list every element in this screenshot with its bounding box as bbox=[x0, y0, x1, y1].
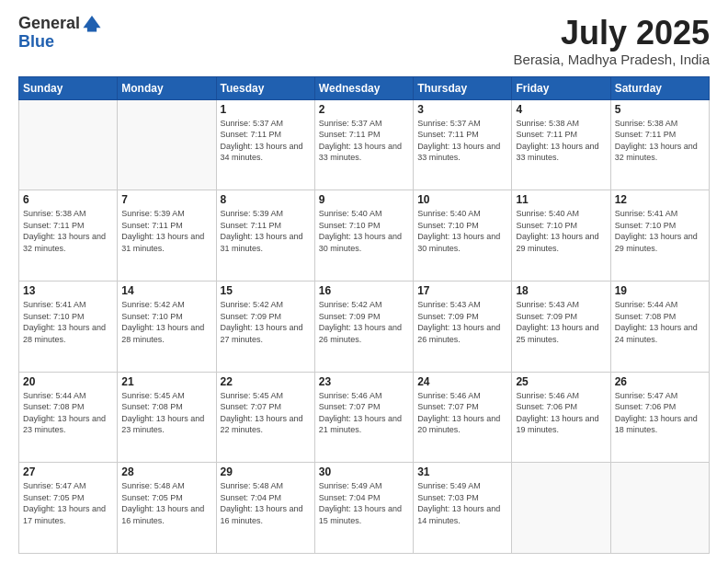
calendar-cell: 17Sunrise: 5:43 AMSunset: 7:09 PMDayligh… bbox=[414, 281, 512, 372]
day-info: Sunrise: 5:41 AMSunset: 7:10 PMDaylight:… bbox=[615, 208, 705, 254]
page: General Blue July 2025 Berasia, Madhya P… bbox=[0, 0, 728, 563]
day-info: Sunrise: 5:46 AMSunset: 7:07 PMDaylight:… bbox=[417, 390, 507, 436]
calendar-cell: 5Sunrise: 5:38 AMSunset: 7:11 PMDaylight… bbox=[610, 99, 709, 190]
day-number: 21 bbox=[121, 375, 211, 388]
calendar-cell bbox=[610, 463, 709, 554]
day-number: 8 bbox=[221, 193, 311, 206]
day-number: 16 bbox=[319, 284, 409, 297]
day-info: Sunrise: 5:45 AMSunset: 7:08 PMDaylight:… bbox=[121, 390, 211, 436]
calendar-week-3: 13Sunrise: 5:41 AMSunset: 7:10 PMDayligh… bbox=[19, 281, 710, 372]
calendar-cell: 29Sunrise: 5:48 AMSunset: 7:04 PMDayligh… bbox=[216, 463, 314, 554]
calendar-cell: 10Sunrise: 5:40 AMSunset: 7:10 PMDayligh… bbox=[414, 190, 512, 282]
day-number: 29 bbox=[221, 465, 311, 478]
day-info: Sunrise: 5:49 AMSunset: 7:03 PMDaylight:… bbox=[417, 480, 507, 526]
col-friday: Friday bbox=[512, 76, 610, 99]
calendar-cell: 8Sunrise: 5:39 AMSunset: 7:11 PMDaylight… bbox=[216, 190, 314, 282]
calendar-cell: 18Sunrise: 5:43 AMSunset: 7:09 PMDayligh… bbox=[512, 281, 610, 372]
title-location: Berasia, Madhya Pradesh, India bbox=[514, 52, 710, 67]
title-block: July 2025 Berasia, Madhya Pradesh, India bbox=[514, 15, 710, 67]
day-number: 1 bbox=[221, 103, 311, 116]
day-number: 26 bbox=[615, 375, 705, 388]
day-info: Sunrise: 5:47 AMSunset: 7:06 PMDaylight:… bbox=[615, 390, 705, 436]
calendar-cell: 15Sunrise: 5:42 AMSunset: 7:09 PMDayligh… bbox=[216, 281, 314, 372]
col-tuesday: Tuesday bbox=[216, 76, 314, 99]
header: General Blue July 2025 Berasia, Madhya P… bbox=[18, 15, 710, 67]
logo-icon bbox=[82, 13, 102, 33]
calendar-cell: 9Sunrise: 5:40 AMSunset: 7:10 PMDaylight… bbox=[314, 190, 413, 282]
day-number: 17 bbox=[417, 284, 507, 297]
day-number: 23 bbox=[319, 375, 409, 388]
col-saturday: Saturday bbox=[610, 76, 709, 99]
calendar-cell bbox=[19, 99, 118, 190]
day-number: 2 bbox=[319, 103, 409, 116]
calendar-cell: 6Sunrise: 5:38 AMSunset: 7:11 PMDaylight… bbox=[19, 190, 118, 282]
col-thursday: Thursday bbox=[414, 76, 512, 99]
logo-general-text: General bbox=[18, 15, 80, 33]
calendar-cell: 12Sunrise: 5:41 AMSunset: 7:10 PMDayligh… bbox=[610, 190, 709, 282]
calendar-cell: 16Sunrise: 5:42 AMSunset: 7:09 PMDayligh… bbox=[314, 281, 413, 372]
calendar-cell: 31Sunrise: 5:49 AMSunset: 7:03 PMDayligh… bbox=[414, 463, 512, 554]
calendar-week-1: 1Sunrise: 5:37 AMSunset: 7:11 PMDaylight… bbox=[19, 99, 710, 190]
day-number: 3 bbox=[417, 103, 507, 116]
day-info: Sunrise: 5:44 AMSunset: 7:08 PMDaylight:… bbox=[23, 390, 113, 436]
day-info: Sunrise: 5:39 AMSunset: 7:11 PMDaylight:… bbox=[121, 208, 211, 254]
calendar-cell: 27Sunrise: 5:47 AMSunset: 7:05 PMDayligh… bbox=[19, 463, 118, 554]
day-info: Sunrise: 5:44 AMSunset: 7:08 PMDaylight:… bbox=[615, 299, 705, 345]
calendar-cell: 1Sunrise: 5:37 AMSunset: 7:11 PMDaylight… bbox=[216, 99, 314, 190]
day-info: Sunrise: 5:48 AMSunset: 7:04 PMDaylight:… bbox=[221, 480, 311, 526]
svg-marker-1 bbox=[87, 25, 97, 31]
calendar-cell: 3Sunrise: 5:37 AMSunset: 7:11 PMDaylight… bbox=[414, 99, 512, 190]
day-number: 12 bbox=[615, 193, 705, 206]
calendar-cell: 11Sunrise: 5:40 AMSunset: 7:10 PMDayligh… bbox=[512, 190, 610, 282]
day-number: 11 bbox=[516, 193, 606, 206]
day-info: Sunrise: 5:40 AMSunset: 7:10 PMDaylight:… bbox=[417, 208, 507, 254]
day-number: 10 bbox=[417, 193, 507, 206]
day-number: 19 bbox=[615, 284, 705, 297]
calendar-week-4: 20Sunrise: 5:44 AMSunset: 7:08 PMDayligh… bbox=[19, 372, 710, 463]
calendar-cell: 19Sunrise: 5:44 AMSunset: 7:08 PMDayligh… bbox=[610, 281, 709, 372]
calendar-cell: 20Sunrise: 5:44 AMSunset: 7:08 PMDayligh… bbox=[19, 372, 118, 463]
day-info: Sunrise: 5:46 AMSunset: 7:07 PMDaylight:… bbox=[319, 390, 409, 436]
day-info: Sunrise: 5:38 AMSunset: 7:11 PMDaylight:… bbox=[615, 118, 705, 164]
day-info: Sunrise: 5:42 AMSunset: 7:10 PMDaylight:… bbox=[121, 299, 211, 345]
calendar-cell: 21Sunrise: 5:45 AMSunset: 7:08 PMDayligh… bbox=[118, 372, 216, 463]
calendar-week-5: 27Sunrise: 5:47 AMSunset: 7:05 PMDayligh… bbox=[19, 463, 710, 554]
calendar-cell: 24Sunrise: 5:46 AMSunset: 7:07 PMDayligh… bbox=[414, 372, 512, 463]
calendar-cell: 4Sunrise: 5:38 AMSunset: 7:11 PMDaylight… bbox=[512, 99, 610, 190]
day-number: 24 bbox=[417, 375, 507, 388]
day-number: 30 bbox=[319, 465, 409, 478]
day-info: Sunrise: 5:41 AMSunset: 7:10 PMDaylight:… bbox=[23, 299, 113, 345]
day-info: Sunrise: 5:40 AMSunset: 7:10 PMDaylight:… bbox=[516, 208, 606, 254]
day-info: Sunrise: 5:38 AMSunset: 7:11 PMDaylight:… bbox=[23, 208, 113, 254]
calendar-cell: 14Sunrise: 5:42 AMSunset: 7:10 PMDayligh… bbox=[118, 281, 216, 372]
calendar-week-2: 6Sunrise: 5:38 AMSunset: 7:11 PMDaylight… bbox=[19, 190, 710, 282]
logo: General Blue bbox=[18, 15, 102, 52]
day-info: Sunrise: 5:42 AMSunset: 7:09 PMDaylight:… bbox=[221, 299, 311, 345]
calendar-cell: 13Sunrise: 5:41 AMSunset: 7:10 PMDayligh… bbox=[19, 281, 118, 372]
day-info: Sunrise: 5:42 AMSunset: 7:09 PMDaylight:… bbox=[319, 299, 409, 345]
day-info: Sunrise: 5:39 AMSunset: 7:11 PMDaylight:… bbox=[221, 208, 311, 254]
day-number: 31 bbox=[417, 465, 507, 478]
day-number: 15 bbox=[221, 284, 311, 297]
day-info: Sunrise: 5:47 AMSunset: 7:05 PMDaylight:… bbox=[23, 480, 113, 526]
col-monday: Monday bbox=[118, 76, 216, 99]
title-month: July 2025 bbox=[514, 15, 710, 52]
day-number: 4 bbox=[516, 103, 606, 116]
day-number: 9 bbox=[319, 193, 409, 206]
col-wednesday: Wednesday bbox=[314, 76, 413, 99]
day-number: 28 bbox=[121, 465, 211, 478]
calendar-cell bbox=[118, 99, 216, 190]
calendar-cell: 28Sunrise: 5:48 AMSunset: 7:05 PMDayligh… bbox=[118, 463, 216, 554]
calendar-cell: 30Sunrise: 5:49 AMSunset: 7:04 PMDayligh… bbox=[314, 463, 413, 554]
day-number: 7 bbox=[121, 193, 211, 206]
day-info: Sunrise: 5:43 AMSunset: 7:09 PMDaylight:… bbox=[417, 299, 507, 345]
logo-blue-text: Blue bbox=[18, 33, 102, 52]
calendar-cell: 7Sunrise: 5:39 AMSunset: 7:11 PMDaylight… bbox=[118, 190, 216, 282]
day-number: 6 bbox=[23, 193, 113, 206]
day-number: 22 bbox=[221, 375, 311, 388]
day-info: Sunrise: 5:40 AMSunset: 7:10 PMDaylight:… bbox=[319, 208, 409, 254]
day-info: Sunrise: 5:43 AMSunset: 7:09 PMDaylight:… bbox=[516, 299, 606, 345]
calendar-cell: 26Sunrise: 5:47 AMSunset: 7:06 PMDayligh… bbox=[610, 372, 709, 463]
day-info: Sunrise: 5:37 AMSunset: 7:11 PMDaylight:… bbox=[417, 118, 507, 164]
calendar-header-row: Sunday Monday Tuesday Wednesday Thursday… bbox=[19, 76, 710, 99]
